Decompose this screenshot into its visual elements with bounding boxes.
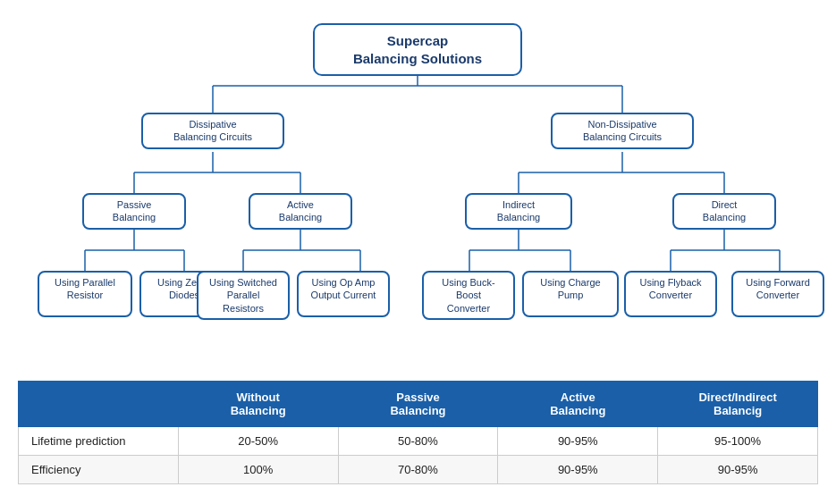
cell-lifetime-passive: 50-80% [338, 427, 498, 456]
tree-diagram: SupercapBalancing Solutions DissipativeB… [18, 16, 818, 374]
node-indirect: IndirectBalancing [465, 193, 572, 230]
node-non-dissipative: Non-DissipativeBalancing Circuits [551, 113, 694, 149]
col-header-direct-indirect: Direct/IndirectBalancig [658, 382, 818, 427]
node-active: ActiveBalancing [249, 193, 352, 230]
col-header-passive: PassiveBalancing [338, 382, 498, 427]
comparison-table: WithoutBalancing PassiveBalancing Active… [18, 381, 818, 484]
col-header-active: ActiveBalancing [498, 382, 658, 427]
cell-efficiency-active: 90-95% [498, 456, 658, 484]
row-lifetime: Lifetime prediction 20-50% 50-80% 90-95%… [19, 427, 818, 456]
node-switched-parallel: Using SwitchedParallelResistors [197, 271, 290, 320]
node-flyback: Using FlybackConverter [624, 271, 717, 317]
node-root: SupercapBalancing Solutions [313, 23, 522, 76]
node-passive: PassiveBalancing [82, 193, 186, 230]
node-buck-boost: Using Buck-BoostConverter [422, 271, 515, 320]
cell-lifetime-active: 90-95% [498, 427, 658, 456]
node-forward-converter: Using ForwardConverter [731, 271, 824, 317]
col-header-label [19, 382, 179, 427]
cell-efficiency-label: Efficiency [19, 456, 179, 484]
node-direct: DirectBalancing [672, 193, 776, 230]
cell-efficiency-without: 100% [178, 456, 338, 484]
node-op-amp: Using Op AmpOutput Current [297, 271, 390, 317]
cell-efficiency-direct: 90-95% [658, 456, 818, 484]
cell-lifetime-without: 20-50% [178, 427, 338, 456]
node-dissipative: DissipativeBalancing Circuits [141, 113, 284, 149]
cell-efficiency-passive: 70-80% [338, 456, 498, 484]
cell-lifetime-direct: 95-100% [658, 427, 818, 456]
node-parallel-resistor: Using ParallelResistor [38, 271, 132, 317]
cell-lifetime-label: Lifetime prediction [19, 427, 179, 456]
node-charge-pump: Using ChargePump [522, 271, 619, 317]
col-header-without: WithoutBalancing [178, 382, 338, 427]
row-efficiency: Efficiency 100% 70-80% 90-95% 90-95% [19, 456, 818, 484]
